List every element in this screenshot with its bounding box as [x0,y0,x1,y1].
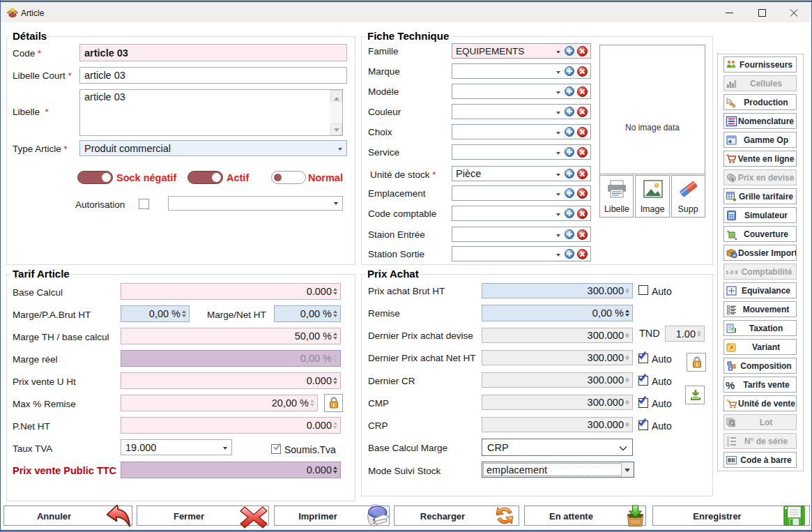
svg-text:1·2·3: 1·2·3 [726,269,738,275]
svg-text:3: 3 [727,443,729,447]
svg-text:$: $ [732,328,735,333]
svg-text:%: % [726,379,735,390]
